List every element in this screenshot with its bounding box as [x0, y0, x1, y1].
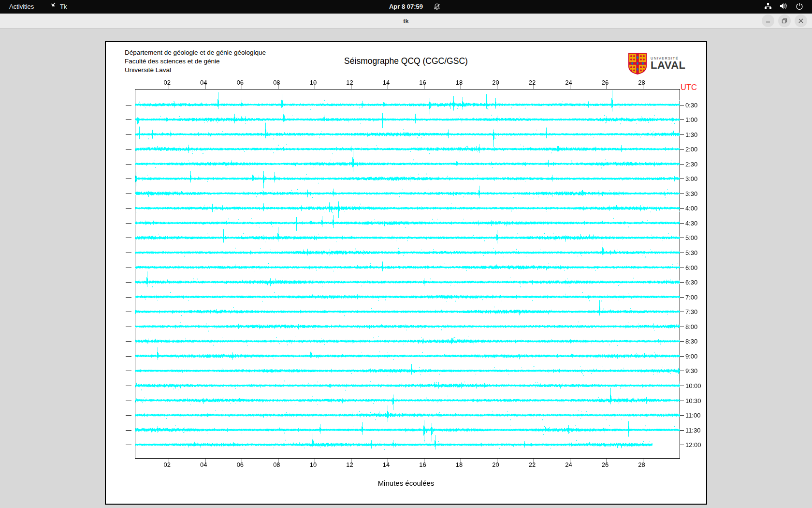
- time-row-label: 6:00: [685, 264, 697, 271]
- time-row-label: 4:30: [685, 219, 697, 226]
- time-row-label: 0:30: [685, 101, 697, 108]
- close-button[interactable]: [795, 15, 807, 27]
- x-tick-label-bottom: 06: [237, 461, 244, 468]
- time-row-label: 8:00: [685, 323, 697, 330]
- x-tick-label-bottom: 20: [492, 461, 499, 468]
- time-row-label: 11:30: [685, 426, 701, 433]
- app-name-label: Tk: [60, 0, 67, 14]
- power-icon[interactable]: [796, 2, 803, 12]
- time-row-label: 6:30: [685, 279, 697, 286]
- x-tick-label-top: 14: [383, 79, 390, 86]
- seismogram-plot: [106, 42, 708, 506]
- x-tick-label-bottom: 28: [638, 461, 645, 468]
- notifications-muted-icon: [433, 3, 441, 12]
- x-tick-label-top: 26: [602, 79, 609, 86]
- time-row-label: 2:00: [685, 146, 697, 153]
- x-tick-label-bottom: 04: [200, 461, 207, 468]
- time-row-label: 3:00: [685, 175, 697, 182]
- x-tick-label-top: 10: [310, 79, 317, 86]
- x-tick-label-top: 18: [456, 79, 463, 86]
- x-tick-label-bottom: 10: [310, 461, 317, 468]
- x-tick-label-bottom: 16: [419, 461, 426, 468]
- x-tick-label-bottom: 26: [602, 461, 609, 468]
- seismograph-canvas: Département de géologie et de génie géol…: [105, 41, 707, 505]
- minimize-button[interactable]: [762, 15, 774, 27]
- time-row-label: 8:30: [685, 338, 697, 345]
- x-tick-label-bottom: 12: [346, 461, 353, 468]
- x-tick-label-top: 04: [200, 79, 207, 86]
- time-row-label: 12:00: [685, 441, 701, 448]
- time-row-label: 9:00: [685, 352, 697, 359]
- maximize-button[interactable]: [778, 15, 791, 27]
- x-axis-title: Minutes écoulées: [106, 479, 706, 487]
- x-tick-label-top: 06: [237, 79, 244, 86]
- time-row-label: 1:30: [685, 131, 697, 138]
- time-row-label: 4:00: [685, 205, 697, 212]
- time-row-label: 5:30: [685, 249, 697, 256]
- time-row-label: 5:00: [685, 234, 697, 241]
- x-tick-label-top: 22: [529, 79, 536, 86]
- time-row-label: 11:00: [685, 412, 701, 419]
- time-row-label: 2:30: [685, 160, 697, 167]
- x-tick-label-bottom: 24: [565, 461, 572, 468]
- x-tick-label-bottom: 14: [383, 461, 390, 468]
- x-tick-label-bottom: 08: [273, 461, 280, 468]
- time-row-label: 10:00: [685, 382, 701, 389]
- window-titlebar[interactable]: tk: [0, 14, 812, 29]
- time-row-label: 3:30: [685, 190, 697, 197]
- x-tick-label-bottom: 22: [529, 461, 536, 468]
- x-tick-label-bottom: 18: [456, 461, 463, 468]
- x-tick-label-top: 08: [273, 79, 280, 86]
- x-tick-label-top: 02: [164, 79, 171, 86]
- x-tick-label-top: 16: [419, 79, 426, 86]
- clock[interactable]: Apr 8 07:59: [382, 0, 430, 14]
- x-tick-label-top: 12: [346, 79, 353, 86]
- time-row-label: 7:00: [685, 293, 697, 300]
- time-row-label: 9:30: [685, 367, 697, 374]
- network-wired-icon[interactable]: [764, 2, 772, 11]
- time-row-label: 7:30: [685, 308, 697, 315]
- time-row-label: 1:00: [685, 116, 697, 123]
- volume-icon[interactable]: [780, 2, 788, 11]
- window-title: tk: [0, 14, 812, 29]
- time-row-label: 10:30: [685, 397, 701, 404]
- tk-icon: [50, 0, 57, 14]
- focused-app-indicator[interactable]: Tk: [50, 0, 67, 14]
- x-tick-label-top: 24: [565, 79, 572, 86]
- activities-button[interactable]: Activities: [6, 0, 37, 14]
- window-content: Département de géologie et de génie géol…: [0, 29, 812, 508]
- x-tick-label-top: 20: [492, 79, 499, 86]
- x-tick-label-bottom: 02: [164, 461, 171, 468]
- gnome-top-bar: Activities Tk Apr 8 07:59: [0, 0, 812, 14]
- x-tick-label-top: 28: [638, 79, 645, 86]
